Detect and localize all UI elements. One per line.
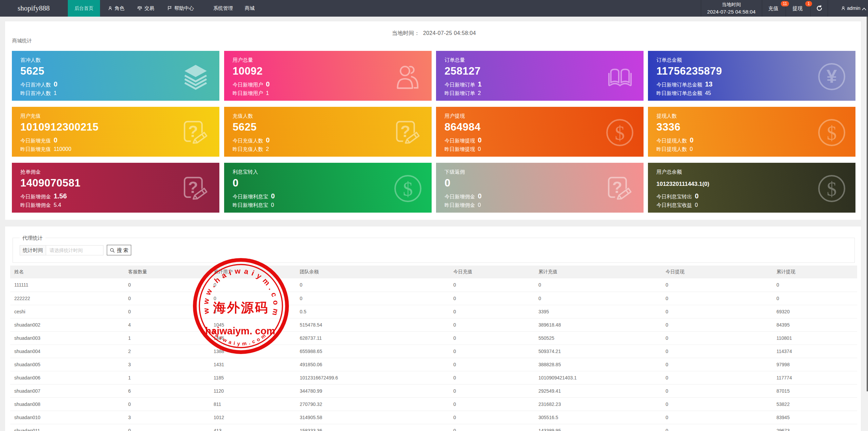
svg-text:?: ?	[612, 178, 622, 196]
svg-text:$: $	[615, 122, 625, 144]
svg-text:?: ?	[188, 178, 198, 196]
svg-text:¥: ¥	[827, 66, 837, 87]
svg-text:$: $	[827, 178, 836, 200]
svg-text:?: ?	[400, 122, 410, 140]
svg-text:海外源码: 海外源码	[213, 300, 269, 315]
svg-text:$: $	[403, 178, 413, 200]
svg-text:?: ?	[188, 122, 198, 140]
svg-text:$: $	[827, 122, 836, 144]
